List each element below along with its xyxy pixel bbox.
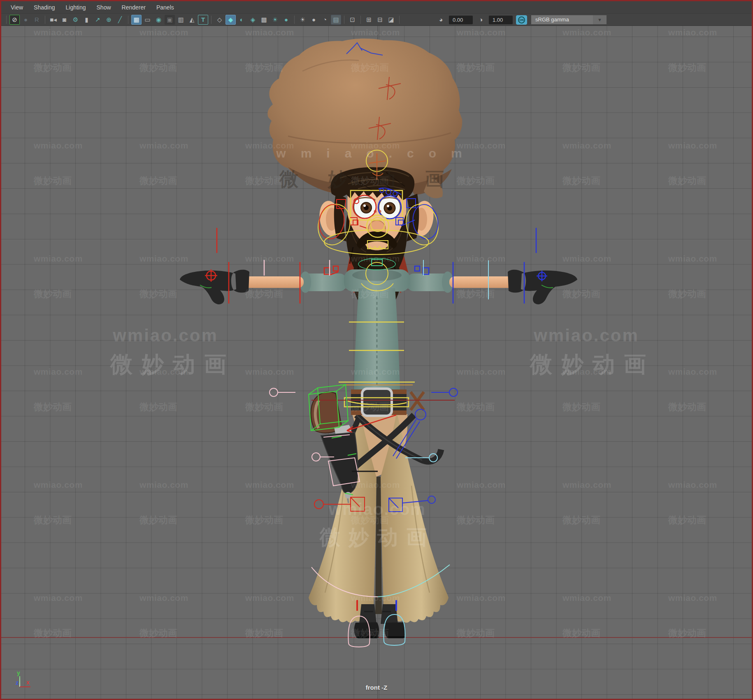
toolbar-separator bbox=[211, 16, 211, 24]
shade-textured-icon[interactable]: ◐ bbox=[237, 15, 247, 25]
right-glove bbox=[508, 270, 577, 304]
menu-shading[interactable]: Shading bbox=[28, 4, 60, 11]
axis-y-label: y bbox=[17, 670, 20, 676]
menu-lighting[interactable]: Lighting bbox=[60, 4, 91, 11]
toolbar-separator bbox=[128, 16, 128, 24]
camera-select-icon[interactable]: ◪ bbox=[386, 15, 396, 25]
axis-z-label: z bbox=[16, 679, 19, 686]
right-forearm bbox=[449, 276, 515, 288]
toolbar-separator bbox=[6, 16, 7, 24]
default-material-icon[interactable]: ▩ bbox=[259, 15, 269, 25]
bookmark-icon[interactable]: ▮ bbox=[81, 15, 92, 25]
panel-menu-items: ViewShadingLightingShowRendererPanels bbox=[5, 4, 179, 11]
chevron-down-icon: ▼ bbox=[593, 15, 607, 24]
safe-title-icon[interactable]: T bbox=[198, 15, 208, 25]
select-camera-icon[interactable]: ■◂ bbox=[48, 15, 58, 25]
zoom-tool-icon[interactable]: ⊕ bbox=[104, 15, 114, 25]
menu-view[interactable]: View bbox=[5, 4, 28, 11]
on-toggle-label: ON bbox=[518, 16, 525, 23]
left-glove bbox=[180, 270, 249, 304]
plugin-status-icon[interactable]: ⊘ bbox=[9, 15, 20, 25]
view-label: front -Z bbox=[344, 684, 409, 691]
field-chart-icon[interactable]: ▥ bbox=[176, 15, 186, 25]
colorspace-value: sRGB gamma bbox=[531, 15, 593, 24]
belt bbox=[351, 389, 424, 416]
toolbar-separator bbox=[294, 16, 295, 24]
holster-gun bbox=[311, 392, 358, 503]
exposure-cluster: ◕ 0.00 ◑ 1.00 ON sRGB gamma ▼ bbox=[435, 14, 607, 26]
colorspace-on-toggle[interactable]: ON bbox=[516, 15, 527, 25]
axis-x-label: x bbox=[26, 679, 30, 686]
axis-y-line bbox=[19, 676, 20, 687]
toolbar-separator bbox=[45, 16, 45, 24]
isolate-select-icon[interactable]: ⊞ bbox=[364, 15, 374, 25]
torso bbox=[344, 269, 410, 390]
viewport-toolbar: ⊘●R■◂◙⚙▮↗⊕╱▦▭◉▣▥◭T◇◆◐◈▩☀●☀●◔▤⊡⊞⊟◪ ◕ 0.00… bbox=[1, 14, 752, 26]
occlusion-icon[interactable]: ◔ bbox=[320, 15, 330, 25]
all-lights-icon[interactable]: ☀ bbox=[297, 15, 308, 25]
lighting-icon[interactable]: ☀ bbox=[270, 15, 280, 25]
shadows-icon[interactable]: ● bbox=[281, 15, 291, 25]
colorspace-dropdown[interactable]: sRGB gamma ▼ bbox=[531, 15, 607, 24]
toolbar-icon-strip: ⊘●R■◂◙⚙▮↗⊕╱▦▭◉▣▥◭T◇◆◐◈▩☀●☀●◔▤⊡⊞⊟◪ bbox=[4, 15, 402, 25]
gate-mask-icon[interactable]: ▣ bbox=[165, 15, 175, 25]
toolbar-separator bbox=[399, 16, 400, 24]
wireframe-icon[interactable]: ◇ bbox=[214, 15, 225, 25]
toolbar-separator bbox=[344, 16, 344, 24]
pan-zoom-2d-icon[interactable]: ↗ bbox=[93, 15, 103, 25]
film-gate-icon[interactable]: ▭ bbox=[142, 15, 153, 25]
grid-icon[interactable]: ▦ bbox=[131, 15, 142, 25]
toolbar-separator bbox=[360, 16, 361, 24]
maya-viewport-window: ViewShadingLightingShowRendererPanels ⊘●… bbox=[0, 0, 753, 700]
safe-action-icon[interactable]: ◭ bbox=[187, 15, 197, 25]
belt-buckle bbox=[362, 389, 392, 416]
resolution-gate-icon[interactable]: ◉ bbox=[153, 15, 164, 25]
character-render bbox=[1, 26, 752, 699]
camera-attributes-icon[interactable]: ⚙ bbox=[70, 15, 81, 25]
exposure-field[interactable]: 0.00 bbox=[449, 16, 473, 24]
grease-pencil-icon[interactable]: ╱ bbox=[115, 15, 125, 25]
smooth-shade-icon[interactable]: ◆ bbox=[225, 15, 236, 25]
lock-camera-icon[interactable]: ◙ bbox=[59, 15, 70, 25]
axis-gizmo: y z x bbox=[14, 670, 38, 694]
select-tool-icon[interactable]: ⊡ bbox=[347, 15, 358, 25]
exposure-icon[interactable]: ◕ bbox=[436, 15, 446, 25]
viewport[interactable]: wmiao.com微妙动画wmiao.com微妙动画wmiao.com微妙动画w… bbox=[1, 26, 752, 699]
multisample-icon[interactable]: ▤ bbox=[331, 15, 341, 25]
textured-icon[interactable]: ◈ bbox=[248, 15, 258, 25]
menu-show[interactable]: Show bbox=[91, 4, 116, 11]
dim-reference-icon[interactable]: R bbox=[32, 15, 42, 25]
shadow-ball-icon[interactable]: ● bbox=[309, 15, 319, 25]
gamma-field[interactable]: 1.00 bbox=[489, 16, 513, 24]
menu-renderer[interactable]: Renderer bbox=[116, 4, 151, 11]
axis-x-line bbox=[20, 686, 30, 687]
panel-menubar: ViewShadingLightingShowRendererPanels bbox=[1, 1, 752, 14]
isolate-view-icon[interactable]: ⊟ bbox=[375, 15, 385, 25]
dim-sphere-icon[interactable]: ● bbox=[21, 15, 31, 25]
menu-panels[interactable]: Panels bbox=[151, 4, 179, 11]
contrast-icon[interactable]: ◑ bbox=[476, 15, 486, 25]
